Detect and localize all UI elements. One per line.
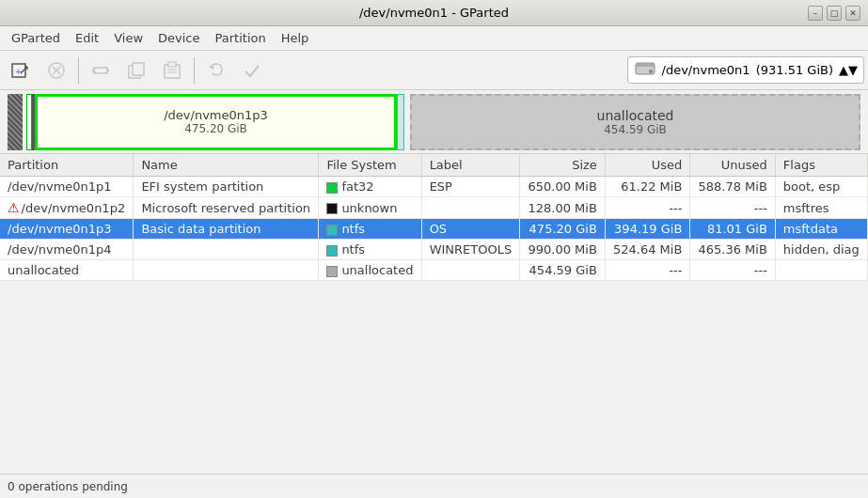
apply-button[interactable] <box>235 54 269 86</box>
col-header-partition: Partition <box>0 154 134 177</box>
cell-flags: boot, esp <box>775 177 867 197</box>
minimize-button[interactable]: – <box>808 6 823 21</box>
toolbar: + <box>0 51 868 90</box>
window-controls: – □ ✕ <box>808 6 860 21</box>
delete-icon <box>46 60 67 81</box>
disk-part-p3-visual[interactable]: /dev/nvme0n1p3 475.20 GiB <box>35 94 397 150</box>
cell-used: 394.19 GiB <box>605 219 690 240</box>
disk-part-p3-size: 475.20 GiB <box>184 122 247 135</box>
cell-unused: 465.36 MiB <box>690 240 776 260</box>
close-button[interactable]: ✕ <box>845 6 860 21</box>
cell-flags: msftdata <box>775 219 867 240</box>
cell-filesystem: ntfs <box>319 219 421 240</box>
new-icon: + <box>10 60 31 81</box>
undo-button[interactable] <box>199 54 233 86</box>
cell-label: WINRETOOLS <box>421 240 520 260</box>
cell-label: OS <box>421 219 520 240</box>
cell-size: 650.00 MiB <box>520 177 606 197</box>
col-header-unused: Unused <box>690 154 776 177</box>
disk-unalloc-visual[interactable]: unallocated 454.59 GiB <box>410 94 860 150</box>
error-icon: ⚠ <box>8 200 20 215</box>
new-button[interactable]: + <box>4 54 38 86</box>
device-name: /dev/nvme0n1 <box>662 63 750 77</box>
cell-used: 524.64 MiB <box>605 240 690 260</box>
svg-rect-16 <box>168 62 176 67</box>
table-row[interactable]: /dev/nvme0n1p3Basic data partitionntfsOS… <box>0 219 868 240</box>
svg-rect-14 <box>133 63 144 75</box>
menu-view[interactable]: View <box>106 29 150 47</box>
cell-name: Basic data partition <box>134 219 319 240</box>
svg-text:+: + <box>15 67 23 76</box>
toolbar-separator-1 <box>78 57 79 84</box>
fs-color-indicator <box>326 266 338 277</box>
table-row[interactable]: /dev/nvme0n1p1EFI system partitionfat32E… <box>0 177 868 197</box>
partition-table: Partition Name File System Label Size Us… <box>0 154 868 281</box>
device-selector[interactable]: /dev/nvme0n1 (931.51 GiB) ▲▼ <box>627 56 864 84</box>
disk-visual: /dev/nvme0n1p3 475.20 GiB unallocated 45… <box>0 90 868 154</box>
paste-button[interactable] <box>155 54 189 86</box>
menu-partition[interactable]: Partition <box>208 29 274 47</box>
cell-filesystem: ntfs <box>319 240 421 260</box>
col-header-size: Size <box>520 154 606 177</box>
hdd-icon <box>634 59 656 81</box>
stripe-seg <box>8 94 23 150</box>
partition-table-container: Partition Name File System Label Size Us… <box>0 154 868 281</box>
cell-unused: --- <box>690 260 776 281</box>
cell-size: 475.20 GiB <box>520 219 606 240</box>
cell-filesystem: fat32 <box>319 177 421 197</box>
menu-gparted[interactable]: GParted <box>4 29 68 47</box>
menubar: GParted Edit View Device Partition Help <box>0 26 868 51</box>
svg-point-22 <box>649 70 653 73</box>
cell-flags: hidden, diag <box>775 240 867 260</box>
table-header-row: Partition Name File System Label Size Us… <box>0 154 868 177</box>
menu-edit[interactable]: Edit <box>68 29 106 47</box>
maximize-button[interactable]: □ <box>827 6 842 21</box>
undo-icon <box>206 60 227 81</box>
cell-name: EFI system partition <box>134 177 319 197</box>
disk-part-p4-visual[interactable] <box>397 94 404 150</box>
cell-partition: /dev/nvme0n1p1 <box>0 177 134 197</box>
col-header-label: Label <box>421 154 520 177</box>
svg-rect-21 <box>637 64 654 67</box>
titlebar: /dev/nvme0n1 - GParted – □ ✕ <box>0 0 868 26</box>
resize-button[interactable] <box>84 54 118 86</box>
cell-size: 990.00 MiB <box>520 240 606 260</box>
drive-icon <box>634 59 656 78</box>
cell-name <box>134 240 319 260</box>
col-header-name: Name <box>134 154 319 177</box>
window-title: /dev/nvme0n1 - GParted <box>359 6 509 20</box>
cell-partition: ⚠/dev/nvme0n1p2 <box>0 197 134 219</box>
apply-icon <box>242 60 262 81</box>
cell-name <box>134 260 319 281</box>
cell-filesystem: unallocated <box>319 260 421 281</box>
device-dropdown-icon: ▲▼ <box>839 63 858 77</box>
fs-color-indicator <box>326 245 338 257</box>
disk-stripe <box>8 94 23 150</box>
cell-unused: 81.01 GiB <box>690 219 776 240</box>
table-row[interactable]: ⚠/dev/nvme0n1p2Microsoft reserved partit… <box>0 197 868 219</box>
cell-size: 128.00 MiB <box>520 197 606 219</box>
disk-unalloc-size: 454.59 GiB <box>604 123 667 136</box>
device-size: (931.51 GiB) <box>756 63 833 77</box>
cell-flags <box>775 260 867 281</box>
disk-partition-visual-wrapper <box>8 94 26 150</box>
paste-icon <box>162 60 182 81</box>
disk-part-p3-label: /dev/nvme0n1p3 <box>164 108 268 122</box>
cell-name: Microsoft reserved partition <box>134 197 319 219</box>
cell-filesystem: unknown <box>319 197 421 219</box>
delete-button[interactable] <box>39 54 73 86</box>
copy-button[interactable] <box>119 54 153 86</box>
menu-help[interactable]: Help <box>274 29 317 47</box>
svg-marker-19 <box>209 65 213 70</box>
table-row[interactable]: /dev/nvme0n1p4ntfsWINRETOOLS990.00 MiB52… <box>0 240 868 260</box>
cell-label <box>421 260 520 281</box>
cell-unused: 588.78 MiB <box>690 177 776 197</box>
menu-device[interactable]: Device <box>150 29 207 47</box>
cell-used: --- <box>605 260 690 281</box>
cell-used: --- <box>605 197 690 219</box>
cell-partition: /dev/nvme0n1p4 <box>0 240 134 260</box>
cell-flags: msftres <box>775 197 867 219</box>
copy-icon <box>126 60 147 81</box>
cell-label <box>421 197 520 219</box>
table-row[interactable]: unallocatedunallocated454.59 GiB------ <box>0 260 868 281</box>
